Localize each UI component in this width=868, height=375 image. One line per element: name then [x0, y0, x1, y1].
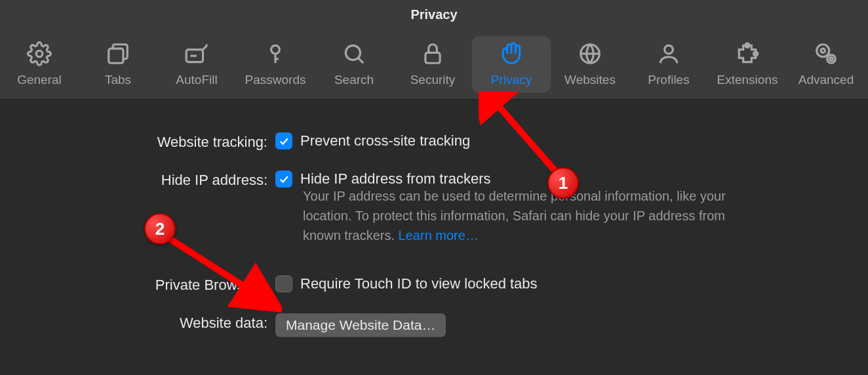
- tab-label: Privacy: [491, 73, 532, 87]
- svg-point-7: [665, 45, 673, 54]
- svg-point-10: [821, 49, 825, 52]
- label-hide-ip: Hide IP address:: [26, 170, 275, 189]
- annotation-number: 1: [559, 173, 568, 193]
- label-private-browsing: Private Browsing:: [26, 275, 275, 294]
- tab-search[interactable]: Search: [315, 36, 393, 92]
- svg-rect-5: [425, 52, 440, 63]
- window-title: Privacy: [0, 0, 868, 29]
- learn-more-link[interactable]: Learn more…: [399, 228, 479, 243]
- tab-advanced[interactable]: Advanced: [787, 36, 865, 92]
- tab-label: Tabs: [105, 73, 131, 87]
- svg-point-4: [345, 45, 360, 60]
- search-icon: [342, 41, 366, 69]
- key-icon: [263, 41, 288, 69]
- tab-privacy[interactable]: Privacy: [472, 36, 551, 92]
- tab-extensions[interactable]: Extensions: [708, 36, 787, 92]
- tab-label: Extensions: [717, 73, 778, 87]
- svg-point-11: [817, 44, 829, 56]
- checkbox-hide-ip[interactable]: [275, 170, 292, 188]
- hand-icon: [499, 41, 524, 69]
- tab-passwords[interactable]: Passwords: [236, 36, 315, 92]
- tab-label: Search: [334, 73, 374, 87]
- tab-general[interactable]: General: [0, 36, 79, 92]
- tab-autofill[interactable]: AutoFill: [157, 36, 236, 92]
- tab-label: Profiles: [648, 73, 689, 87]
- row-website-data: Website data: Manage Website Data…: [26, 313, 842, 337]
- svg-point-12: [830, 57, 833, 60]
- svg-point-0: [36, 50, 43, 57]
- autofill-icon: [184, 41, 209, 69]
- puzzle-icon: [735, 41, 760, 69]
- label-website-data: Website data:: [26, 313, 275, 332]
- tab-profiles[interactable]: Profiles: [629, 36, 708, 92]
- row-private-browsing: Private Browsing: Require Touch ID to vi…: [26, 275, 842, 294]
- annotation-badge-1: 1: [547, 167, 579, 199]
- tab-label: Websites: [564, 73, 616, 87]
- annotation-badge-2: 2: [144, 213, 176, 245]
- tab-label: Passwords: [245, 73, 306, 87]
- label-website-tracking: Website tracking:: [26, 132, 275, 151]
- tab-label: AutoFill: [176, 73, 217, 87]
- checkbox-require-touch-id[interactable]: [275, 275, 292, 292]
- checkbox-label: Hide IP address from trackers: [300, 170, 491, 188]
- preferences-toolbar: General Tabs AutoFill Passwords Search S…: [0, 29, 868, 100]
- manage-website-data-button[interactable]: Manage Website Data…: [275, 313, 446, 337]
- checkbox-label: Prevent cross-site tracking: [300, 132, 470, 149]
- description-text: Your IP address can be used to determine…: [303, 186, 762, 245]
- tab-label: Security: [410, 73, 456, 87]
- globe-icon: [578, 41, 602, 69]
- lock-icon: [420, 41, 445, 69]
- svg-point-13: [827, 54, 836, 63]
- tab-label: General: [17, 73, 62, 87]
- tab-websites[interactable]: Websites: [551, 36, 629, 92]
- tab-security[interactable]: Security: [393, 36, 472, 92]
- settings-content: Website tracking: Prevent cross-site tra…: [0, 100, 868, 337]
- svg-rect-1: [109, 49, 123, 63]
- annotation-number: 2: [155, 219, 165, 239]
- tabs-icon: [106, 41, 130, 69]
- row-website-tracking: Website tracking: Prevent cross-site tra…: [26, 132, 842, 151]
- checkbox-prevent-cross-site[interactable]: [275, 132, 292, 149]
- tab-label: Advanced: [799, 73, 854, 87]
- description-body: Your IP address can be used to determine…: [303, 189, 726, 243]
- gear-icon: [27, 41, 52, 69]
- tab-tabs[interactable]: Tabs: [79, 36, 157, 92]
- checkbox-label: Require Touch ID to view locked tabs: [300, 275, 538, 292]
- svg-point-3: [271, 45, 280, 54]
- profile-icon: [656, 41, 681, 69]
- gears-icon: [814, 41, 838, 69]
- window-title-text: Privacy: [410, 7, 457, 22]
